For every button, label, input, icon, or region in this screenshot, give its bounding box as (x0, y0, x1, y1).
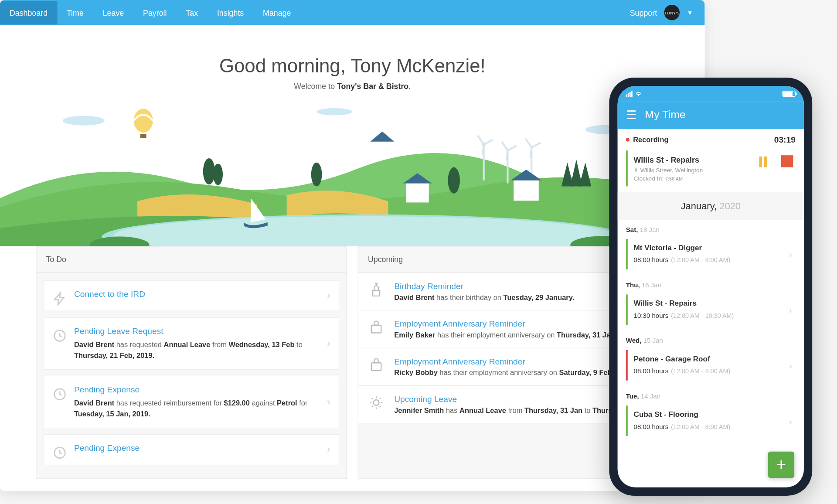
hero: Good morning, Tony McKenzie! Welcome to … (0, 25, 705, 246)
svg-point-26 (311, 163, 322, 187)
svg-marker-19 (370, 131, 394, 141)
nav-leave[interactable]: Leave (93, 1, 133, 24)
event-icon (368, 319, 384, 336)
nav-items: Dashboard Time Leave Payroll Tax Insight… (0, 1, 630, 24)
svg-point-43 (374, 400, 379, 405)
entry-time-row: 10:30 hours (12:00 AM - 10:30 AM) (634, 310, 778, 320)
svg-point-42 (374, 359, 378, 363)
entry-name: Willis St - Repairs (634, 299, 778, 307)
card-title: Pending Expense (74, 443, 315, 453)
svg-line-15 (526, 139, 532, 148)
todo-panel: To Do Connect to the IRD › Pending Leave… (36, 246, 347, 479)
svg-point-3 (134, 109, 153, 133)
pause-button[interactable] (756, 155, 769, 168)
nav-time[interactable]: Time (57, 1, 93, 24)
lightning-icon (53, 292, 67, 306)
svg-rect-4 (140, 134, 146, 138)
svg-point-27 (448, 167, 460, 194)
svg-rect-18 (373, 142, 391, 158)
current-task: Willis St - Repairs Willis Street, Welli… (626, 150, 796, 186)
app-header: ☰ My Time (618, 102, 804, 129)
nav-insights[interactable]: Insights (208, 1, 253, 24)
todo-card[interactable]: Pending Expense David Brent has requeste… (44, 376, 339, 429)
svg-marker-30 (579, 163, 591, 187)
clocked-in: Clocked In: 7:58 AM (634, 175, 796, 181)
todo-card[interactable]: Connect to the IRD › (44, 280, 339, 311)
todo-card[interactable]: Pending Expense › (44, 434, 339, 465)
time-entries[interactable]: Sat, 18 JanMt Victoria - Digger 08:00 ho… (618, 220, 804, 487)
chevron-right-icon: › (789, 305, 792, 314)
signal-icon (626, 91, 633, 97)
chevron-right-icon: › (789, 416, 792, 426)
desktop-app: Dashboard Time Leave Payroll Tax Insight… (0, 0, 705, 491)
svg-point-40 (374, 321, 378, 325)
chevron-right-icon: › (327, 444, 330, 455)
svg-point-2 (316, 108, 352, 115)
todo-header: To Do (37, 247, 347, 273)
card-title: Connect to the IRD (74, 289, 315, 299)
recording-label: Recording (626, 136, 669, 144)
event-icon (368, 357, 384, 373)
svg-line-7 (478, 136, 484, 145)
svg-line-16 (531, 143, 541, 147)
time-entry[interactable]: Cuba St - Flooring 08:00 hours (12:00 AM… (626, 405, 796, 436)
time-entry[interactable]: Mt Victoria - Digger 08:00 hours (12:00 … (626, 239, 796, 269)
recording-text: Recording (633, 136, 668, 144)
top-nav: Dashboard Time Leave Payroll Tax Insight… (0, 0, 705, 25)
svg-rect-41 (371, 363, 381, 371)
entry-name: Petone - Garage Roof (634, 355, 778, 363)
chevron-right-icon: › (789, 249, 792, 259)
nav-payroll[interactable]: Payroll (133, 1, 176, 24)
card-title: Pending Leave Request (74, 326, 315, 336)
stop-button[interactable] (781, 155, 793, 167)
app-title: My Time (645, 109, 686, 121)
welcome-line: Welcome to Tony's Bar & Bistro. (12, 82, 693, 91)
chevron-down-icon[interactable]: ▼ (687, 9, 693, 16)
landscape-illustration (0, 103, 705, 246)
add-entry-button[interactable]: + (768, 452, 794, 478)
hamburger-icon[interactable]: ☰ (626, 108, 637, 122)
svg-rect-22 (514, 180, 539, 201)
svg-rect-39 (371, 325, 381, 333)
phone-screen: ☰ My Time Recording 03:19 Willis St - Re… (618, 86, 804, 487)
chevron-right-icon: › (327, 290, 330, 301)
clocked-label: Clocked In: (634, 175, 665, 181)
todo-card[interactable]: Pending Leave Request David Brent has re… (44, 317, 339, 370)
entry-time-row: 08:00 hours (12:00 AM - 8:00 AM) (634, 365, 778, 376)
time-entry[interactable]: Willis St - Repairs 10:30 hours (12:00 A… (626, 294, 796, 325)
pin-icon (634, 167, 639, 173)
nav-right: Support TONY'S ▼ (630, 5, 693, 20)
recording-dot-icon (626, 138, 629, 141)
content-row: To Do Connect to the IRD › Pending Leave… (0, 246, 705, 491)
clock-icon (53, 387, 67, 402)
svg-line-8 (484, 140, 493, 145)
task-controls (756, 155, 793, 168)
support-link[interactable]: Support (630, 8, 657, 17)
chevron-right-icon: › (327, 338, 330, 349)
svg-point-24 (203, 158, 215, 184)
card-desc: David Brent has requested reimbursement … (74, 398, 315, 419)
entry-time-row: 08:00 hours (12:00 AM - 8:00 AM) (634, 254, 778, 265)
nav-tax[interactable]: Tax (176, 1, 208, 24)
svg-line-9 (483, 145, 484, 156)
day-label: Wed, 15 Jan (618, 331, 804, 347)
card-title: Pending Expense (74, 385, 315, 394)
clock-icon (53, 329, 67, 343)
recording-row: Recording 03:19 (618, 129, 804, 150)
nav-dashboard[interactable]: Dashboard (0, 1, 57, 24)
entry-time-row: 08:00 hours (12:00 AM - 8:00 AM) (634, 420, 778, 431)
company-name: Tony's Bar & Bistro (337, 82, 408, 91)
svg-point-25 (213, 163, 223, 185)
chevron-right-icon: › (789, 361, 792, 370)
svg-line-12 (508, 146, 517, 150)
clock-icon (53, 446, 67, 460)
month-name: January, (681, 201, 720, 211)
time-entry[interactable]: Petone - Garage Roof 08:00 hours (12:00 … (626, 350, 796, 381)
svg-line-11 (502, 142, 508, 151)
chevron-right-icon: › (327, 397, 330, 408)
card-desc: David Brent has requested Annual Leave f… (74, 339, 315, 361)
nav-manage[interactable]: Manage (253, 1, 300, 24)
avatar[interactable]: TONY'S (664, 5, 680, 20)
greeting: Good morning, Tony McKenzie! (12, 55, 693, 77)
day-label: Tue, 14 Jan (618, 386, 804, 403)
